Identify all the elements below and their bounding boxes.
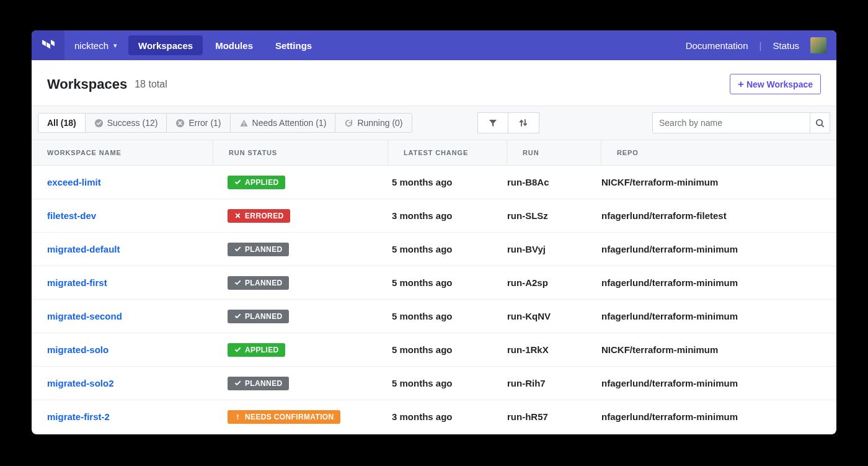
workspace-count: 18 total <box>135 79 167 90</box>
status-label: APPLIED <box>245 178 279 187</box>
filter-icon <box>488 118 498 128</box>
status-icon <box>234 413 241 421</box>
workspace-link[interactable]: migrated-second <box>47 311 122 321</box>
run-id: run-SLSz <box>507 210 601 221</box>
page-title: Workspaces <box>47 76 127 92</box>
repo-name: nfagerlund/terraform-minimum <box>601 411 836 422</box>
table-row: migrated-default PLANNED 5 months ago ru… <box>32 233 836 266</box>
table-row: migrated-first PLANNED 5 months ago run-… <box>32 266 836 300</box>
run-id: run-hR57 <box>507 411 601 422</box>
nav-documentation-link[interactable]: Documentation <box>686 40 748 51</box>
table-header: WORKSPACE NAME RUN STATUS LATEST CHANGE … <box>32 140 836 166</box>
svg-rect-2 <box>243 122 244 124</box>
nav-divider: | <box>760 40 762 51</box>
status-icon <box>234 212 241 220</box>
refresh-icon <box>344 119 353 128</box>
status-badge: APPLIED <box>228 343 285 357</box>
table-row: migrated-second PLANNED 5 months ago run… <box>32 300 836 333</box>
status-label: ERRORED <box>245 212 284 220</box>
svg-rect-6 <box>237 418 238 419</box>
org-switcher[interactable]: nicktech ▾ <box>64 30 127 60</box>
status-label: PLANNED <box>245 312 283 321</box>
run-id: run-BVyj <box>507 244 601 254</box>
tab-settings[interactable]: Settings <box>265 35 322 55</box>
run-id: run-1RkX <box>507 344 601 355</box>
status-icon <box>234 380 241 387</box>
table-row: filetest-dev ERRORED 3 months ago run-SL… <box>32 199 836 233</box>
repo-name: nfagerlund/terraform-minimum <box>601 311 836 321</box>
chevron-down-icon: ▾ <box>113 42 117 50</box>
filter-error[interactable]: Error (1) <box>167 113 230 133</box>
status-label: NEEDS CONFIRMATION <box>245 413 334 421</box>
search-button[interactable] <box>810 112 830 133</box>
latest-change: 3 months ago <box>388 210 507 221</box>
run-id: run-KqNV <box>507 311 601 321</box>
latest-change: 5 months ago <box>388 311 507 321</box>
latest-change: 5 months ago <box>388 277 507 288</box>
table-row: migrated-solo2 PLANNED 5 months ago run-… <box>32 367 836 400</box>
col-repo: REPO <box>601 140 836 165</box>
status-label: PLANNED <box>245 279 283 287</box>
latest-change: 5 months ago <box>388 177 507 187</box>
filter-all[interactable]: All (18) <box>38 113 86 133</box>
run-id: run-A2sp <box>507 277 601 288</box>
workspace-link[interactable]: migrated-solo2 <box>47 378 114 388</box>
repo-name: nfagerlund/terraform-minimum <box>601 277 836 288</box>
repo-name: NICKF/terraform-minimum <box>601 177 836 187</box>
status-label: PLANNED <box>245 379 283 388</box>
status-badge: PLANNED <box>228 310 289 323</box>
status-label: PLANNED <box>245 245 283 254</box>
status-badge: ERRORED <box>228 209 290 223</box>
filter-button[interactable] <box>477 112 508 133</box>
sort-icon <box>518 118 528 128</box>
nav-right: Documentation | Status <box>686 30 836 60</box>
status-icon <box>234 346 241 354</box>
alert-triangle-icon <box>239 119 249 128</box>
filter-success[interactable]: Success (12) <box>86 113 167 133</box>
workspace-link[interactable]: filetest-dev <box>47 210 96 221</box>
new-workspace-button[interactable]: + New Workspace <box>730 74 821 94</box>
search-input[interactable] <box>652 112 810 133</box>
filter-running[interactable]: Running (0) <box>335 113 412 133</box>
status-badge: PLANNED <box>228 276 289 290</box>
col-run-status: RUN STATUS <box>213 140 388 165</box>
filter-bar: All (18) Success (12) Error (1) Needs At… <box>32 105 836 140</box>
repo-name: nfagerlund/terraform-filetest <box>601 210 836 221</box>
terraform-logo-icon[interactable] <box>32 30 64 60</box>
status-badge: NEEDS CONFIRMATION <box>228 410 340 424</box>
tab-modules[interactable]: Modules <box>205 35 263 55</box>
table-body: exceed-limit APPLIED 5 months ago run-B8… <box>32 166 836 434</box>
svg-rect-3 <box>243 125 244 126</box>
latest-change: 5 months ago <box>388 378 507 388</box>
svg-point-4 <box>817 119 822 125</box>
page-header: Workspaces 18 total + New Workspace <box>32 60 836 105</box>
workspace-link[interactable]: migrated-solo <box>47 344 108 355</box>
main-tabs: Workspaces Modules Settings <box>127 30 323 60</box>
repo-name: nfagerlund/terraform-minimum <box>601 244 836 254</box>
check-circle-icon <box>94 119 104 128</box>
status-icon <box>234 179 241 186</box>
sort-button[interactable] <box>508 112 539 133</box>
status-icon <box>234 246 241 253</box>
col-run: RUN <box>507 140 601 165</box>
workspace-link[interactable]: migrate-first-2 <box>47 411 110 422</box>
workspace-link[interactable]: migrated-default <box>47 244 120 254</box>
nav-status-link[interactable]: Status <box>773 40 799 51</box>
tab-workspaces[interactable]: Workspaces <box>128 35 203 55</box>
status-badge: PLANNED <box>228 377 289 390</box>
top-nav: nicktech ▾ Workspaces Modules Settings D… <box>32 30 836 60</box>
filter-attention[interactable]: Needs Attention (1) <box>231 113 336 133</box>
table-row: migrated-solo APPLIED 5 months ago run-1… <box>32 333 836 367</box>
search-icon <box>815 119 825 128</box>
status-badge: APPLIED <box>228 176 285 189</box>
plus-icon: + <box>738 79 744 89</box>
repo-name: nfagerlund/terraform-minimum <box>601 378 836 388</box>
status-icon <box>234 313 241 320</box>
run-id: run-Rih7 <box>507 378 601 388</box>
workspace-link[interactable]: migrated-first <box>47 277 107 288</box>
x-circle-icon <box>175 119 185 128</box>
workspace-link[interactable]: exceed-limit <box>47 177 101 187</box>
user-avatar[interactable] <box>810 37 826 53</box>
latest-change: 5 months ago <box>388 344 507 355</box>
org-name: nicktech <box>74 40 108 51</box>
